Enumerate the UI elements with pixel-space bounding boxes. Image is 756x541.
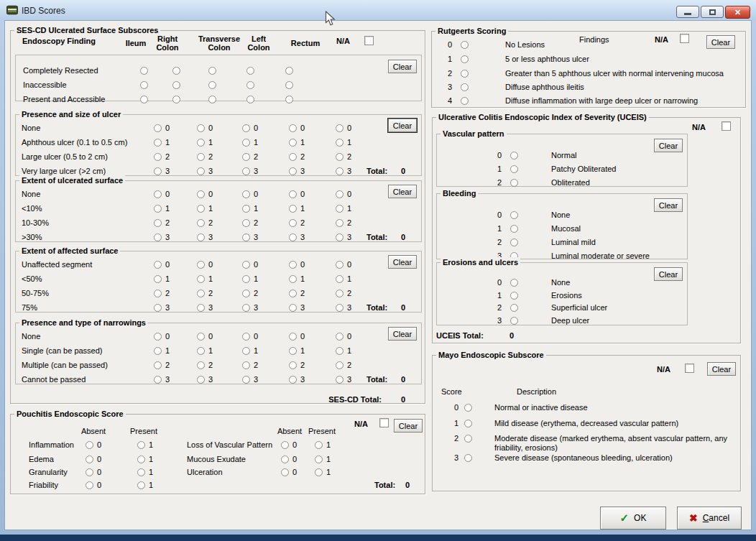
radio-0-0-3[interactable]: [289, 124, 297, 132]
radio-0-3-1[interactable]: [197, 167, 205, 175]
radio-3-0-1[interactable]: [197, 333, 205, 341]
radio-3-0-4[interactable]: [336, 333, 344, 341]
clear-button[interactable]: Clear: [388, 60, 417, 73]
radio-0-1-4[interactable]: [336, 139, 344, 147]
radio-uceis-2-0[interactable]: [510, 279, 518, 287]
sescd-na-checkbox[interactable]: [364, 36, 374, 45]
ok-button[interactable]: ✓ OK: [600, 507, 666, 530]
radio-0-3-4[interactable]: [336, 167, 344, 175]
radio-2-0-3[interactable]: [289, 261, 297, 269]
radio-2-2-3[interactable]: [289, 290, 297, 297]
radio-0-3-2[interactable]: [242, 167, 250, 175]
radio-1-1-1[interactable]: [197, 205, 205, 213]
radio-3-1-1[interactable]: [197, 347, 205, 355]
radio-status-0-3[interactable]: [246, 67, 254, 75]
radio-right-1-absent[interactable]: [281, 456, 289, 463]
mayo-na-checkbox[interactable]: [685, 364, 694, 373]
radio-3-2-3[interactable]: [289, 361, 297, 369]
radio-uceis-2-3[interactable]: [510, 317, 518, 325]
radio-rutgeerts-3[interactable]: [461, 83, 469, 91]
radio-uceis-2-1[interactable]: [510, 292, 518, 300]
radio-3-1-4[interactable]: [336, 347, 344, 355]
radio-0-2-4[interactable]: [336, 153, 344, 161]
rutgeerts-na-checkbox[interactable]: [680, 34, 689, 43]
maximize-button[interactable]: [701, 6, 724, 18]
radio-1-3-0[interactable]: [154, 233, 162, 241]
radio-status-1-3[interactable]: [246, 81, 254, 89]
radio-1-3-3[interactable]: [289, 233, 297, 241]
pouchitis-na-checkbox[interactable]: [379, 418, 389, 427]
radio-1-0-1[interactable]: [197, 190, 205, 198]
radio-3-2-0[interactable]: [154, 361, 162, 369]
radio-inflammation-present[interactable]: [137, 441, 145, 449]
clear-button[interactable]: Clear: [654, 198, 683, 212]
radio-status-0-1[interactable]: [172, 67, 180, 75]
radio-3-3-3[interactable]: [289, 376, 297, 384]
radio-mayo-0[interactable]: [464, 404, 472, 412]
radio-3-0-2[interactable]: [242, 333, 250, 341]
radio-2-3-4[interactable]: [336, 304, 344, 312]
radio-2-0-4[interactable]: [336, 261, 344, 269]
radio-right-2-absent[interactable]: [281, 468, 289, 476]
radio-friability-present[interactable]: [137, 481, 145, 489]
close-button[interactable]: ✕: [725, 6, 750, 19]
radio-0-2-2[interactable]: [242, 153, 250, 161]
radio-3-3-2[interactable]: [242, 376, 250, 384]
radio-status-2-0[interactable]: [140, 96, 148, 103]
radio-1-3-2[interactable]: [242, 233, 250, 241]
radio-mayo-2[interactable]: [464, 435, 472, 443]
radio-2-3-3[interactable]: [289, 304, 297, 312]
radio-1-1-3[interactable]: [289, 205, 297, 213]
radio-2-1-3[interactable]: [289, 275, 297, 283]
radio-friability-absent[interactable]: [86, 481, 93, 489]
radio-status-2-2[interactable]: [208, 96, 216, 103]
radio-mayo-3[interactable]: [464, 454, 472, 462]
radio-2-0-0[interactable]: [154, 261, 162, 269]
uceis-na-checkbox[interactable]: [722, 121, 731, 131]
clear-button[interactable]: Clear: [707, 362, 736, 376]
radio-right-0-present[interactable]: [315, 441, 323, 449]
radio-status-0-0[interactable]: [140, 67, 148, 75]
radio-status-0-2[interactable]: [208, 67, 216, 75]
radio-status-1-0[interactable]: [140, 81, 148, 89]
radio-0-1-1[interactable]: [197, 139, 205, 147]
radio-1-2-3[interactable]: [289, 219, 297, 227]
radio-1-0-3[interactable]: [289, 190, 297, 198]
radio-2-0-2[interactable]: [242, 261, 250, 269]
radio-0-0-0[interactable]: [154, 124, 162, 132]
radio-rutgeerts-0[interactable]: [461, 41, 469, 49]
minimize-button[interactable]: [676, 6, 699, 18]
radio-status-1-1[interactable]: [172, 81, 180, 89]
radio-1-2-0[interactable]: [154, 219, 162, 227]
radio-granularity-present[interactable]: [137, 468, 145, 476]
radio-0-3-0[interactable]: [154, 167, 162, 175]
radio-0-0-4[interactable]: [336, 124, 344, 132]
radio-right-2-present[interactable]: [315, 468, 323, 476]
radio-3-1-0[interactable]: [154, 347, 162, 355]
radio-2-3-0[interactable]: [154, 304, 162, 312]
radio-status-2-4[interactable]: [285, 96, 293, 103]
radio-edema-present[interactable]: [137, 456, 145, 463]
radio-2-3-2[interactable]: [242, 304, 250, 312]
radio-0-0-1[interactable]: [197, 124, 205, 132]
radio-0-2-0[interactable]: [154, 153, 162, 161]
radio-2-3-1[interactable]: [197, 304, 205, 312]
radio-3-3-1[interactable]: [197, 376, 205, 384]
radio-0-2-1[interactable]: [197, 153, 205, 161]
radio-edema-absent[interactable]: [86, 456, 93, 463]
radio-3-3-0[interactable]: [154, 376, 162, 384]
radio-3-1-2[interactable]: [242, 347, 250, 355]
clear-button[interactable]: Clear: [394, 419, 423, 433]
radio-2-2-0[interactable]: [154, 290, 162, 297]
radio-status-2-3[interactable]: [246, 96, 254, 103]
radio-uceis-0-2[interactable]: [510, 179, 518, 187]
radio-0-1-3[interactable]: [289, 139, 297, 147]
radio-2-2-1[interactable]: [197, 290, 205, 297]
clear-button[interactable]: Clear: [654, 139, 683, 152]
radio-1-2-1[interactable]: [197, 219, 205, 227]
radio-mayo-1[interactable]: [464, 420, 472, 427]
radio-2-2-2[interactable]: [242, 290, 250, 297]
radio-1-1-2[interactable]: [242, 205, 250, 213]
cancel-button[interactable]: ✖ Cancel: [677, 507, 742, 530]
radio-0-3-3[interactable]: [289, 167, 297, 175]
